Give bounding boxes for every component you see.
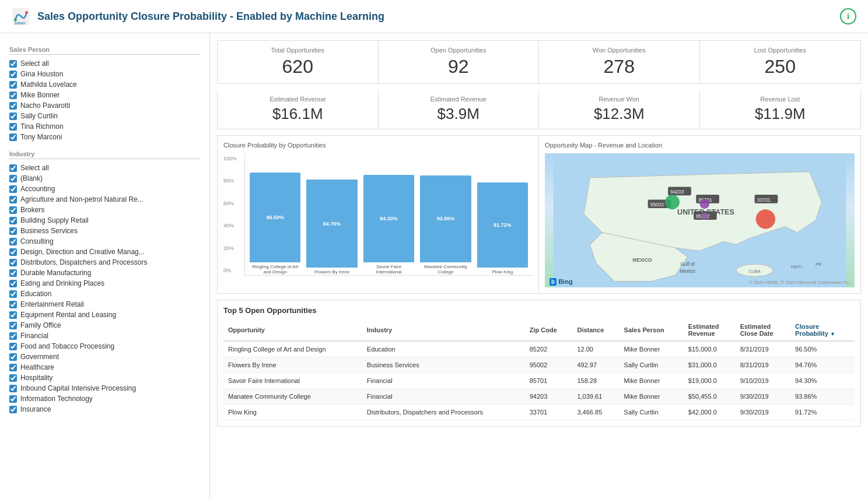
industry-item-20[interactable]: Hospitality	[9, 373, 200, 383]
industry-item-0[interactable]: Select all	[9, 163, 200, 173]
industry-item-18[interactable]: Government	[9, 352, 200, 362]
table-header: Opportunity Industry Zip Code Distance S…	[223, 319, 855, 341]
svg-point-28	[701, 212, 709, 220]
sales-person-label-3: Mike Bonner	[20, 91, 60, 99]
industry-item-15[interactable]: Family Office	[9, 320, 200, 331]
industry-checkbox-20[interactable]	[9, 374, 17, 382]
industry-checkbox-17[interactable]	[9, 343, 17, 350]
sales-person-item-0[interactable]: Select all	[9, 58, 200, 69]
sales-person-item-4[interactable]: Nacho Pavarotti	[9, 100, 200, 111]
cell-est_rev-4: $42,000.0	[684, 405, 736, 420]
industry-item-1[interactable]: (Blank)	[9, 173, 200, 184]
industry-item-3[interactable]: Agriculture and Non-petrol Natural Re...	[9, 194, 200, 205]
bing-logo: b Bing	[550, 278, 573, 285]
sales-person-checkbox-6[interactable]	[9, 123, 17, 131]
y-label-60: 60%	[223, 201, 244, 206]
sales-person-item-5[interactable]: Sally Curtlin	[9, 111, 200, 121]
industry-label-16: Financial	[20, 332, 48, 340]
sales-person-item-7[interactable]: Tony Marconi	[9, 132, 200, 142]
cell-distance-1: 492.97	[572, 357, 619, 373]
industry-checkbox-22[interactable]	[9, 395, 17, 403]
industry-checkbox-10[interactable]	[9, 269, 17, 277]
industry-item-19[interactable]: Healthcare	[9, 362, 200, 373]
kpi-est-rev: Estimated Revenue $16.1M	[218, 90, 379, 129]
info-button[interactable]: i	[840, 8, 856, 24]
industry-label-19: Healthcare	[20, 363, 54, 371]
industry-item-12[interactable]: Education	[9, 289, 200, 299]
cell-close_date-2: 9/10/2019	[736, 373, 790, 389]
svg-text:HAITI: HAITI	[791, 264, 802, 269]
cell-sales_person-2: Mike Bonner	[620, 373, 684, 389]
svg-point-2	[25, 11, 28, 14]
kpi-rev-lost: Revenue Lost $11.9M	[700, 90, 861, 129]
industry-checkbox-2[interactable]	[9, 185, 17, 193]
cell-close_date-0: 8/31/2019	[736, 341, 790, 357]
industry-checkbox-3[interactable]	[9, 196, 17, 203]
sales-person-checkbox-7[interactable]	[9, 133, 17, 141]
cell-sales_person-4: Sally Curtlin	[620, 405, 684, 420]
sales-person-item-6[interactable]: Tina Richmon	[9, 121, 200, 132]
industry-checkbox-0[interactable]	[9, 164, 17, 172]
kpi-won-opps: Won Opportunities 278	[539, 41, 700, 83]
industry-item-6[interactable]: Business Services	[9, 226, 200, 236]
industry-label-21: Inbound Capital Intensive Processing	[20, 384, 136, 392]
page: solver Sales Opportunity Closure Probabi…	[0, 0, 868, 499]
bar-3: 93.86%	[420, 175, 471, 262]
industry-checkbox-8[interactable]	[9, 248, 17, 256]
industry-item-17[interactable]: Food and Tobacco Processing	[9, 341, 200, 352]
industry-checkbox-12[interactable]	[9, 290, 17, 298]
industry-item-7[interactable]: Consulting	[9, 236, 200, 247]
industry-item-4[interactable]: Brokers	[9, 205, 200, 215]
industry-item-13[interactable]: Entertainment Retail	[9, 299, 200, 310]
industry-checkbox-15[interactable]	[9, 322, 17, 329]
sales-person-item-1[interactable]: Gina Houston	[9, 69, 200, 79]
svg-text:PR: PR	[816, 262, 821, 267]
industry-checkbox-13[interactable]	[9, 301, 17, 308]
industry-item-23[interactable]: Insurance	[9, 404, 200, 414]
industry-item-22[interactable]: Information Technology	[9, 393, 200, 404]
industry-item-10[interactable]: Durable Manufacturing	[9, 268, 200, 278]
industry-checkbox-14[interactable]	[9, 311, 17, 319]
opportunities-table: Opportunity Industry Zip Code Distance S…	[223, 319, 855, 420]
industry-item-11[interactable]: Eating and Drinking Places	[9, 278, 200, 289]
sales-person-checkbox-2[interactable]	[9, 81, 17, 89]
rev-won-value: $12.3M	[548, 105, 690, 123]
bar-pct-1: 94.76%	[323, 221, 341, 227]
industry-item-2[interactable]: Accounting	[9, 184, 200, 194]
sales-person-checkbox-3[interactable]	[9, 92, 17, 99]
sales-person-checkbox-4[interactable]	[9, 102, 17, 110]
bars-container: 96.50%Ringling College of Art and Design…	[244, 153, 533, 276]
rev-lost-label: Revenue Lost	[709, 96, 852, 103]
cell-distance-2: 158.28	[572, 373, 619, 389]
industry-item-8[interactable]: Design, Direction and Creative Manag...	[9, 247, 200, 257]
industry-item-14[interactable]: Equipment Rental and Leasing	[9, 310, 200, 320]
lost-opps-label: Lost Opportunities	[709, 47, 852, 54]
industry-checkbox-11[interactable]	[9, 280, 17, 287]
industry-checkbox-19[interactable]	[9, 364, 17, 371]
sales-person-checkbox-0[interactable]	[9, 60, 17, 68]
sales-person-item-2[interactable]: Mathilda Lovelace	[9, 79, 200, 90]
industry-checkbox-1[interactable]	[9, 175, 17, 182]
industry-checkbox-23[interactable]	[9, 406, 17, 413]
industry-checkbox-4[interactable]	[9, 206, 17, 214]
est-rev-open-value: $3.9M	[388, 105, 530, 123]
sales-person-checkbox-1[interactable]	[9, 71, 17, 78]
industry-checkbox-9[interactable]	[9, 259, 17, 266]
industry-item-9[interactable]: Distributors, Dispatchers and Processors	[9, 257, 200, 268]
industry-item-21[interactable]: Inbound Capital Intensive Processing	[9, 383, 200, 393]
industry-checkbox-21[interactable]	[9, 385, 17, 392]
cell-closure_pct-1: 94.76%	[790, 357, 855, 373]
bar-group-1: 94.76%Flowers By Irene	[306, 156, 357, 275]
industry-item-5[interactable]: Building Supply Retail	[9, 215, 200, 226]
bar-group-0: 96.50%Ringling College of Art and Design	[250, 156, 300, 275]
sales-person-checkbox-5[interactable]	[9, 113, 17, 120]
industry-checkbox-16[interactable]	[9, 332, 17, 340]
sales-person-item-3[interactable]: Mike Bonner	[9, 90, 200, 100]
industry-checkbox-7[interactable]	[9, 238, 17, 245]
industry-item-16[interactable]: Financial	[9, 331, 200, 341]
bar-pct-0: 96.50%	[266, 215, 284, 220]
industry-checkbox-6[interactable]	[9, 227, 17, 235]
industry-checkbox-5[interactable]	[9, 217, 17, 224]
industry-checkbox-18[interactable]	[9, 353, 17, 361]
col-closure-pct[interactable]: ClosureProbability ▼	[790, 319, 855, 341]
